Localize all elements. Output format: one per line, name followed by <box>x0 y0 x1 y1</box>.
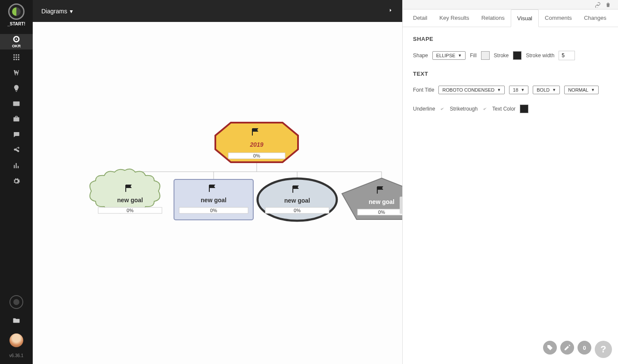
decoration-row: Underline Striketrough Text Color <box>413 105 608 113</box>
shape-value: ELLIPSE <box>436 53 456 58</box>
shape-row: Shape ELLIPSE ▼ Fill Stroke Stroke width <box>413 51 608 60</box>
strike-label: Striketrough <box>450 106 478 112</box>
trash-icon[interactable] <box>605 2 611 8</box>
strike-toggle-icon[interactable] <box>482 106 488 112</box>
sidebar-item-briefcase[interactable] <box>0 111 33 127</box>
node-root-title: 2019 <box>249 141 263 148</box>
font-title-label: Font Title <box>413 87 434 93</box>
sidebar-item-settings[interactable] <box>0 173 33 189</box>
underline-toggle-icon[interactable] <box>439 106 445 112</box>
topbar: Diagrams ▾ <box>33 0 402 22</box>
sidebar-item-chat[interactable] <box>0 127 33 142</box>
app-logo-icon <box>12 7 21 16</box>
diagram-canvas[interactable]: 2019 0% new goal 0% <box>33 22 402 364</box>
shape-select[interactable]: ELLIPSE ▼ <box>432 51 466 60</box>
font-weight-select[interactable]: BOLD ▼ <box>533 86 560 94</box>
caret-down-icon: ▼ <box>497 88 501 92</box>
version-label: v6.36.1 <box>9 353 24 358</box>
lightbulb-icon <box>12 84 20 92</box>
road-icon <box>12 69 20 77</box>
font-size-select[interactable]: 18 ▼ <box>509 86 528 94</box>
sidebar-item-road[interactable] <box>0 65 33 80</box>
chevron-right-icon <box>388 7 394 13</box>
diagrams-label: Diagrams <box>41 8 67 15</box>
node-root[interactable]: 2019 0% <box>215 123 298 162</box>
node-child-3[interactable]: new goal 0% <box>258 179 337 221</box>
panel-tabs: Detail Key Results Relations Visual Comm… <box>403 9 618 27</box>
secondary-logo[interactable] <box>9 295 23 309</box>
stroke-label: Stroke <box>494 52 509 59</box>
font-weight-value: BOLD <box>537 87 550 93</box>
tab-detail[interactable]: Detail <box>407 9 433 27</box>
panel-collapse-button[interactable] <box>388 7 394 15</box>
node-child-2-progress: 0% <box>210 208 217 213</box>
diagrams-dropdown[interactable]: Diagrams ▾ <box>41 8 73 15</box>
tab-visual[interactable]: Visual <box>511 9 539 27</box>
sidebar-item-lightbulb[interactable] <box>0 80 33 96</box>
app-logo[interactable] <box>8 3 25 20</box>
sidebar-item-okr[interactable]: OKR <box>0 34 33 49</box>
node-child-1-title: new goal <box>117 197 143 204</box>
share-icon <box>12 146 20 154</box>
float-button-edit[interactable] <box>560 341 574 355</box>
user-avatar[interactable] <box>9 333 23 347</box>
fill-label: Fill <box>470 52 476 59</box>
float-button-help[interactable]: ? <box>595 341 612 358</box>
bar-chart-icon <box>12 162 20 170</box>
sidebar-item-chart[interactable] <box>0 158 33 173</box>
shape-section-title: SHAPE <box>413 36 608 42</box>
tag-icon <box>547 344 553 351</box>
start-label: _START! <box>7 22 25 26</box>
sidebar-item-label: OKR <box>12 44 21 48</box>
main-area: Diagrams ▾ <box>33 0 403 364</box>
gear-icon <box>12 177 20 185</box>
tab-changes[interactable]: Changes <box>578 9 612 27</box>
sidebar-item-card[interactable] <box>0 96 33 111</box>
node-child-2[interactable]: new goal 0% <box>174 179 253 220</box>
caret-down-icon: ▼ <box>458 53 462 58</box>
stroke-width-label: Stroke width <box>526 52 554 59</box>
font-style-value: NORMAL <box>568 87 588 93</box>
node-child-4-title: new goal <box>369 198 394 205</box>
font-family-value: ROBOTO CONDENSED <box>442 87 494 93</box>
node-child-3-title: new goal <box>284 197 310 204</box>
scrollbar-handle[interactable] <box>400 197 402 214</box>
card-icon <box>12 100 20 108</box>
tab-comments[interactable]: Comments <box>539 9 578 27</box>
font-size-value: 18 <box>513 87 518 93</box>
left-sidebar: _START! OKR v6.36.1 <box>0 0 33 364</box>
sidebar-item-share[interactable] <box>0 142 33 158</box>
diagram: 2019 0% new goal 0% <box>33 22 402 238</box>
caret-down-icon: ▼ <box>521 88 525 92</box>
caret-down-icon: ▼ <box>552 88 556 92</box>
float-button-count[interactable]: 0 <box>578 341 591 355</box>
fill-color-swatch[interactable] <box>481 51 490 60</box>
float-button-tag[interactable] <box>543 341 557 355</box>
font-row: Font Title ROBOTO CONDENSED ▼ 18 ▼ BOLD … <box>413 86 608 94</box>
font-style-select[interactable]: NORMAL ▼ <box>564 86 599 94</box>
link-icon[interactable] <box>595 2 601 8</box>
help-icon: ? <box>600 344 606 355</box>
panel-toolbar <box>403 0 618 9</box>
node-child-4[interactable]: new goal 0% <box>342 178 402 219</box>
panel-content: SHAPE Shape ELLIPSE ▼ Fill Stroke Stroke… <box>403 27 618 132</box>
pencil-icon <box>564 344 571 351</box>
caret-down-icon: ▼ <box>591 88 595 92</box>
node-child-4-progress: 0% <box>378 210 385 215</box>
grid-icon <box>12 53 20 61</box>
font-family-select[interactable]: ROBOTO CONDENSED ▼ <box>438 86 505 94</box>
target-icon <box>12 35 20 43</box>
sidebar-item-grid[interactable] <box>0 49 33 65</box>
text-color-label: Text Color <box>492 106 516 112</box>
text-color-swatch[interactable] <box>520 105 528 113</box>
node-child-1[interactable]: new goal 0% <box>90 169 162 213</box>
tab-relations[interactable]: Relations <box>475 9 511 27</box>
stroke-color-swatch[interactable] <box>513 51 522 60</box>
text-section-title: TEXT <box>413 71 608 77</box>
underline-label: Underline <box>413 106 435 112</box>
properties-panel: Detail Key Results Relations Visual Comm… <box>403 0 618 364</box>
node-child-1-progress: 0% <box>127 208 134 213</box>
tab-key-results[interactable]: Key Results <box>433 9 475 27</box>
stroke-width-input[interactable] <box>559 51 575 60</box>
sidebar-folder[interactable] <box>12 317 20 326</box>
